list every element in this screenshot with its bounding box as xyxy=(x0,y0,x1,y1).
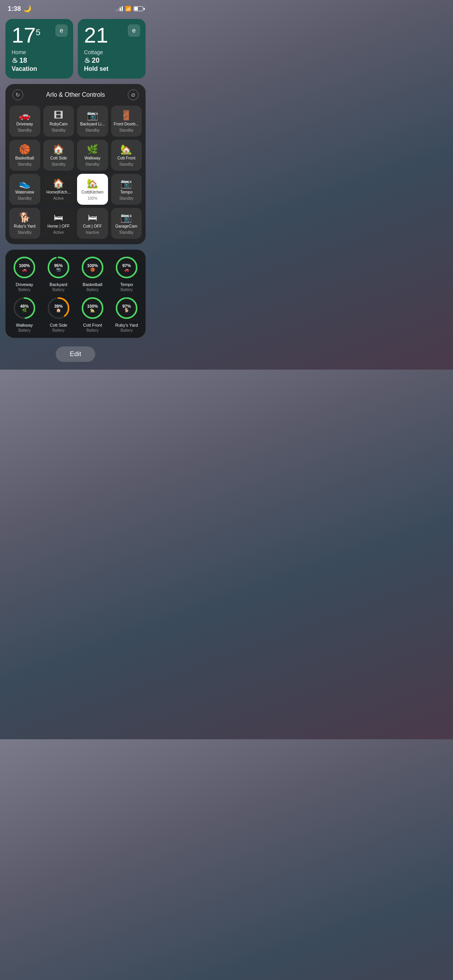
battery-circle-backyard-bat: 95% 📷 xyxy=(46,255,71,280)
battery-item-basketball-bat: 100% 🏀 Basketball Battery xyxy=(77,255,108,292)
battery-sublabel-walkway-bat: Battery xyxy=(18,328,31,332)
control-status-cott-front: Standby xyxy=(119,162,134,166)
arlo-widget-refresh-btn[interactable]: ↻ xyxy=(12,89,23,100)
controls-grid: 🚗 Driveway Standby 🎞 RubyCam Standby 📷 B… xyxy=(5,104,146,244)
control-status-home-off: Active xyxy=(53,230,64,235)
control-emoji-backyard-li: 📷 xyxy=(87,111,98,120)
home-thermostat-logo: e xyxy=(55,24,68,37)
battery-inner-icon-tempo-bat: 🚗 xyxy=(124,268,129,272)
control-name-rubycam: RubyCam xyxy=(50,122,68,127)
control-item-home-kitch[interactable]: 🏠 Home|Kitch... Active xyxy=(43,174,74,205)
control-status-cott-off: Inactive xyxy=(86,230,99,235)
battery-icon xyxy=(134,6,143,11)
control-name-basketball: Basketball xyxy=(15,156,34,161)
battery-label-cottfront-bat: Cott Front xyxy=(83,323,102,327)
control-item-driveway[interactable]: 🚗 Driveway Standby xyxy=(9,106,40,137)
time-display: 1:38 xyxy=(8,5,21,13)
control-item-cott-front[interactable]: 🏡 Cott Front Standby xyxy=(111,140,142,171)
battery-grid: 100% 🚗 Driveway Battery 95% 📷 Backyard B… xyxy=(9,255,142,332)
battery-sublabel-cottside-bat: Battery xyxy=(52,328,65,332)
status-time: 1:38 🌙 xyxy=(8,5,31,13)
arlo-widget: ↻ Arlo & Other Controls ⊘ 🚗 Driveway Sta… xyxy=(5,84,146,244)
control-emoji-cott-kitchen: 🏡 xyxy=(87,179,98,188)
thermostat-row: e 175 Home ♨18 Vacation e 21 Cottage ♨20… xyxy=(0,16,151,84)
control-item-front-doorb[interactable]: 🚪 Front Doorb... Standby xyxy=(111,106,142,137)
home-thermostat[interactable]: e 175 Home ♨18 Vacation xyxy=(5,19,73,79)
control-status-cott-kitchen: 100% xyxy=(88,196,98,200)
control-status-tempo: Standby xyxy=(119,196,134,200)
home-thermostat-mode: Vacation xyxy=(12,65,67,72)
battery-widget: 100% 🚗 Driveway Battery 95% 📷 Backyard B… xyxy=(5,250,146,338)
arlo-widget-edit-btn[interactable]: ⊘ xyxy=(128,89,139,100)
home-thermostat-label: Home xyxy=(12,49,67,55)
battery-sublabel-driveway-bat: Battery xyxy=(18,288,31,292)
control-emoji-cott-front: 🏡 xyxy=(120,145,132,154)
edit-btn-row: Edit xyxy=(0,343,151,370)
cottage-thermostat-logo: e xyxy=(128,24,140,37)
battery-inner-icon-walkway-bat: 🌿 xyxy=(22,308,27,312)
control-name-backyard-li: Backyard Li... xyxy=(80,122,105,127)
control-emoji-rubys-yard: 🐕 xyxy=(19,213,31,222)
control-name-walkway: Walkway xyxy=(84,156,101,161)
control-item-cott-kitchen[interactable]: 🏡 Cott|Kitchen 100% xyxy=(77,174,108,205)
battery-sublabel-backyard-bat: Battery xyxy=(52,288,65,292)
cottage-thermostat-mode: Hold set xyxy=(84,65,139,72)
control-emoji-cott-side: 🏠 xyxy=(53,145,64,154)
arlo-widget-header: ↻ Arlo & Other Controls ⊘ xyxy=(5,84,146,104)
battery-item-rubysyard-bat: 97% 🐕 Ruby's Yard Battery xyxy=(112,296,142,332)
cottage-thermostat-label: Cottage xyxy=(84,49,139,55)
control-item-waterview[interactable]: 👟 Waterview Standby xyxy=(9,174,40,205)
battery-circle-basketball-bat: 100% 🏀 xyxy=(80,255,105,280)
control-emoji-home-kitch: 🏠 xyxy=(53,179,64,188)
battery-item-cottfront-bat: 100% 🏡 Cott Front Battery xyxy=(77,296,108,332)
edit-button[interactable]: Edit xyxy=(56,346,95,362)
control-emoji-rubycam: 🎞 xyxy=(54,111,63,120)
battery-label-rubysyard-bat: Ruby's Yard xyxy=(115,323,138,327)
battery-inner-icon-cottside-bat: 🏠 xyxy=(56,308,61,312)
battery-label-basketball-bat: Basketball xyxy=(83,282,103,287)
control-item-backyard-li[interactable]: 📷 Backyard Li... Standby xyxy=(77,106,108,137)
control-item-basketball[interactable]: 🏀 Basketball Standby xyxy=(9,140,40,171)
battery-label-cottside-bat: Cott Side xyxy=(50,323,67,327)
battery-label-walkway-bat: Walkway xyxy=(16,323,33,327)
battery-sublabel-cottfront-bat: Battery xyxy=(86,328,99,332)
battery-sublabel-basketball-bat: Battery xyxy=(86,288,99,292)
control-item-walkway[interactable]: 🌿 Walkway Standby xyxy=(77,140,108,171)
control-emoji-waterview: 👟 xyxy=(19,179,31,188)
control-name-cott-off: Cott | OFF xyxy=(83,224,102,229)
battery-circle-driveway-bat: 100% 🚗 xyxy=(12,255,37,280)
control-emoji-driveway: 🚗 xyxy=(19,111,31,120)
control-item-tempo[interactable]: 📷 Tempo Standby xyxy=(111,174,142,205)
control-emoji-walkway: 🌿 xyxy=(87,145,98,154)
control-name-garagecam: GarageCam xyxy=(115,224,137,229)
battery-sublabel-tempo-bat: Battery xyxy=(120,288,133,292)
moon-icon: 🌙 xyxy=(23,5,31,13)
control-status-driveway: Standby xyxy=(17,128,32,132)
home-thermostat-setpoint: ♨18 xyxy=(12,56,67,65)
control-name-cott-front: Cott Front xyxy=(117,156,136,161)
control-status-rubycam: Standby xyxy=(51,128,66,132)
control-emoji-front-doorb: 🚪 xyxy=(120,111,132,120)
battery-inner-icon-rubysyard-bat: 🐕 xyxy=(124,308,129,312)
battery-inner-icon-driveway-bat: 🚗 xyxy=(22,268,27,272)
cottage-thermostat-setpoint: ♨20 xyxy=(84,56,139,65)
control-item-cott-side[interactable]: 🏠 Cott Side Standby xyxy=(43,140,74,171)
control-name-driveway: Driveway xyxy=(16,122,33,127)
battery-sublabel-rubysyard-bat: Battery xyxy=(120,328,133,332)
battery-circle-rubysyard-bat: 97% 🐕 xyxy=(114,296,139,320)
battery-item-backyard-bat: 95% 📷 Backyard Battery xyxy=(43,255,74,292)
cottage-thermostat[interactable]: e 21 Cottage ♨20 Hold set xyxy=(78,19,146,79)
control-item-home-off[interactable]: 🛏 Home | OFF Active xyxy=(43,208,74,239)
wifi-icon: 📶 xyxy=(125,6,131,12)
battery-item-tempo-bat: 97% 🚗 Tempo Battery xyxy=(112,255,142,292)
control-status-home-kitch: Active xyxy=(53,196,64,200)
battery-circle-cottfront-bat: 100% 🏡 xyxy=(80,296,105,320)
control-status-cott-side: Standby xyxy=(51,162,66,166)
control-item-rubycam[interactable]: 🎞 RubyCam Standby xyxy=(43,106,74,137)
battery-item-cottside-bat: 39% 🏠 Cott Side Battery xyxy=(43,296,74,332)
status-bar: 1:38 🌙 📶 xyxy=(0,0,151,16)
control-name-cott-side: Cott Side xyxy=(50,156,67,161)
control-item-garagecam[interactable]: 📷 GarageCam Standby xyxy=(111,208,142,239)
control-item-cott-off[interactable]: 🛏 Cott | OFF Inactive xyxy=(77,208,108,239)
control-item-rubys-yard[interactable]: 🐕 Ruby's Yard Standby xyxy=(9,208,40,239)
